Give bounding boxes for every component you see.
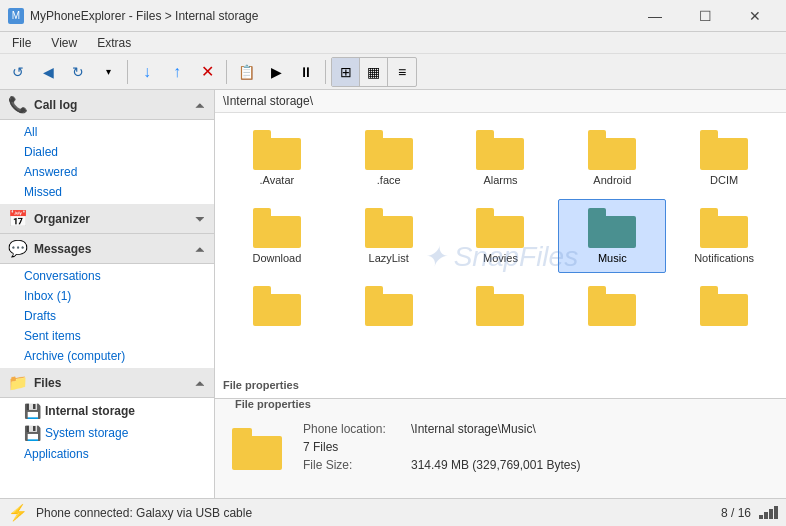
folder-face[interactable]: .face xyxy=(335,121,443,195)
sidebar-item-conversations[interactable]: Conversations xyxy=(0,266,214,286)
folder-icon xyxy=(253,130,301,170)
size-label: File Size: xyxy=(303,458,403,472)
sidebar-item-sent[interactable]: Sent items xyxy=(0,326,214,346)
folder-avatar[interactable]: .Avatar xyxy=(223,121,331,195)
toolbar-copy[interactable]: 📋 xyxy=(232,58,260,86)
sidebar-item-all[interactable]: All xyxy=(0,122,214,142)
signal-bar-3 xyxy=(769,509,773,519)
sidebar-section-organizer[interactable]: 📅 Organizer ⏷ xyxy=(0,204,214,234)
folder-icon xyxy=(253,208,301,248)
toolbar-nav-up[interactable]: ↑ xyxy=(163,58,191,86)
call-log-chevron: ⏶ xyxy=(194,98,206,112)
folder-label: .face xyxy=(377,174,401,186)
file-count: 7 Files xyxy=(303,440,338,454)
messages-chevron: ⏶ xyxy=(194,242,206,256)
folder-alarms[interactable]: Alarms xyxy=(447,121,555,195)
folder-icon xyxy=(365,286,413,326)
toolbar-sep-3 xyxy=(325,60,326,84)
files-icon: 📁 xyxy=(8,373,28,392)
menu-bar: File View Extras xyxy=(0,32,786,54)
folder-movies[interactable]: Movies xyxy=(447,199,555,273)
close-button[interactable]: ✕ xyxy=(732,0,778,32)
status-right: 8 / 16 xyxy=(721,506,778,520)
sidebar-item-dialed[interactable]: Dialed xyxy=(0,142,214,162)
toolbar-view-small[interactable]: ▦ xyxy=(360,58,388,86)
sidebar-item-system-storage[interactable]: 💾 System storage xyxy=(0,422,214,444)
folder-download[interactable]: Download xyxy=(223,199,331,273)
toolbar-view-group: ⊞ ▦ ≡ xyxy=(331,57,417,87)
title-bar-left: M MyPhoneExplorer - Files > Internal sto… xyxy=(8,8,258,24)
toolbar-refresh-back[interactable]: ↺ xyxy=(4,58,32,86)
folder-label: LazyList xyxy=(369,252,409,264)
toolbar-refresh[interactable]: ↻ xyxy=(64,58,92,86)
folder-extra-3[interactable] xyxy=(447,277,555,339)
title-bar: M MyPhoneExplorer - Files > Internal sto… xyxy=(0,0,786,32)
folder-icon-teal xyxy=(588,208,636,248)
sidebar-item-drafts[interactable]: Drafts xyxy=(0,306,214,326)
folder-icon xyxy=(700,286,748,326)
minimize-button[interactable]: — xyxy=(632,0,678,32)
sidebar-item-internal-storage[interactable]: 💾 Internal storage xyxy=(0,400,214,422)
folder-label: Alarms xyxy=(483,174,517,186)
toolbar: ↺ ◀ ↻ ▾ ↓ ↑ ✕ 📋 ▶ ⏸ ⊞ ▦ ≡ xyxy=(0,54,786,90)
organizer-chevron: ⏷ xyxy=(194,212,206,226)
sidebar-item-archive[interactable]: Archive (computer) xyxy=(0,346,214,366)
folder-extra-4[interactable] xyxy=(558,277,666,339)
folder-dcim[interactable]: DCIM xyxy=(670,121,778,195)
page-info: 8 / 16 xyxy=(721,506,751,520)
folder-label: Music xyxy=(598,252,627,264)
folder-label: Android xyxy=(593,174,631,186)
folder-label: Notifications xyxy=(694,252,754,264)
call-log-items: All Dialed Answered Missed xyxy=(0,120,214,204)
organizer-label: Organizer xyxy=(34,212,188,226)
sidebar-item-missed[interactable]: Missed xyxy=(0,182,214,202)
folder-notifications[interactable]: Notifications xyxy=(670,199,778,273)
maximize-button[interactable]: ☐ xyxy=(682,0,728,32)
folder-icon xyxy=(700,208,748,248)
toolbar-view-large[interactable]: ⊞ xyxy=(332,58,360,86)
sidebar-section-call-log[interactable]: 📞 Call log ⏶ xyxy=(0,90,214,120)
folder-lazylist[interactable]: LazyList xyxy=(335,199,443,273)
toolbar-nav-back[interactable]: ◀ xyxy=(34,58,62,86)
file-grid: .Avatar .face Alarms xyxy=(223,121,778,339)
sidebar-item-applications[interactable]: Applications xyxy=(0,444,214,464)
sidebar-item-answered[interactable]: Answered xyxy=(0,162,214,182)
signal-bar-2 xyxy=(764,512,768,519)
file-grid-container[interactable]: ✦ SnapFiles .Avatar .fa xyxy=(215,113,786,398)
path-text: \Internal storage\ xyxy=(223,94,313,108)
toolbar-nav-down[interactable]: ↓ xyxy=(133,58,161,86)
toolbar-delete[interactable]: ✕ xyxy=(193,58,221,86)
folder-music[interactable]: Music xyxy=(558,199,666,273)
toolbar-sep-1 xyxy=(127,60,128,84)
folder-extra-1[interactable] xyxy=(223,277,331,339)
files-chevron: ⏶ xyxy=(194,376,206,390)
properties-details: Phone location: \Internal storage\Music\… xyxy=(303,422,774,476)
main-layout: 📞 Call log ⏶ All Dialed Answered Missed … xyxy=(0,90,786,498)
sidebar-item-inbox[interactable]: Inbox (1) xyxy=(0,286,214,306)
toolbar-dropdown[interactable]: ▾ xyxy=(94,58,122,86)
sidebar-section-files[interactable]: 📁 Files ⏶ xyxy=(0,368,214,398)
location-value: \Internal storage\Music\ xyxy=(411,422,536,436)
menu-extras[interactable]: Extras xyxy=(89,34,139,52)
properties-count-row: 7 Files xyxy=(303,440,774,454)
menu-file[interactable]: File xyxy=(4,34,39,52)
signal-bar-1 xyxy=(759,515,763,519)
title-bar-text: MyPhoneExplorer - Files > Internal stora… xyxy=(30,9,258,23)
folder-android[interactable]: Android xyxy=(558,121,666,195)
folder-icon xyxy=(700,130,748,170)
messages-label: Messages xyxy=(34,242,188,256)
toolbar-action1[interactable]: ▶ xyxy=(262,58,290,86)
sidebar-section-messages[interactable]: 💬 Messages ⏶ xyxy=(0,234,214,264)
folder-extra-2[interactable] xyxy=(335,277,443,339)
sidebar: 📞 Call log ⏶ All Dialed Answered Missed … xyxy=(0,90,215,498)
toolbar-view-list[interactable]: ≡ xyxy=(388,58,416,86)
folder-icon xyxy=(476,286,524,326)
files-label: Files xyxy=(34,376,188,390)
folder-extra-5[interactable] xyxy=(670,277,778,339)
folder-label: DCIM xyxy=(710,174,738,186)
toolbar-action2[interactable]: ⏸ xyxy=(292,58,320,86)
call-log-label: Call log xyxy=(34,98,188,112)
size-value: 314.49 MB (329,769,001 Bytes) xyxy=(411,458,580,472)
menu-view[interactable]: View xyxy=(43,34,85,52)
messages-items: Conversations Inbox (1) Drafts Sent item… xyxy=(0,264,214,368)
